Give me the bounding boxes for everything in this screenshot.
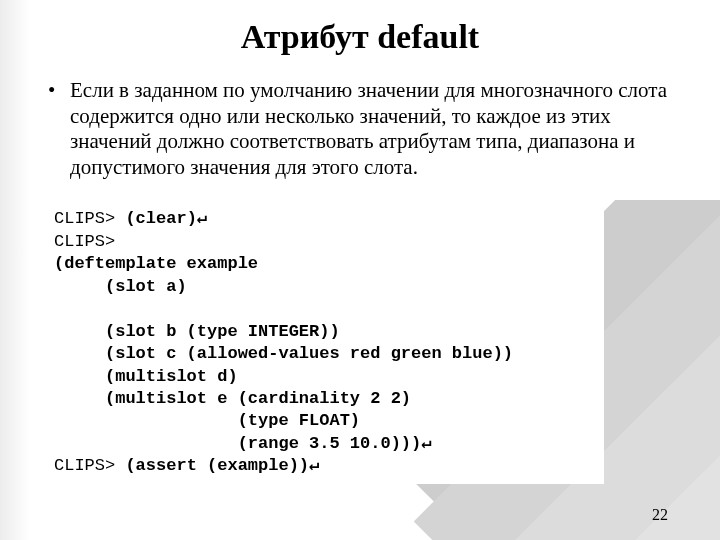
- bullet-list: Если в заданном по умолчанию значении дл…: [70, 78, 670, 180]
- slide-body: Если в заданном по умолчанию значении дл…: [70, 78, 670, 180]
- code-line: (slot b (type INTEGER)): [54, 322, 340, 341]
- code-command: (assert (example))↵: [125, 456, 319, 475]
- page-number: 22: [652, 506, 668, 524]
- slide: Атрибут default Если в заданном по умолч…: [0, 0, 720, 540]
- code-line: (slot c (allowed-values red green blue)): [54, 344, 513, 363]
- code-line: (type FLOAT): [54, 411, 360, 430]
- code-block: CLIPS> (clear)↵ CLIPS> (deftemplate exam…: [44, 202, 604, 483]
- code-line: (range 3.5 10.0)))↵: [54, 434, 432, 453]
- code-prompt: CLIPS>: [54, 232, 115, 251]
- code-prompt: CLIPS>: [54, 456, 125, 475]
- code-line: (multislot d): [54, 367, 238, 386]
- left-decoration-band: [0, 0, 30, 540]
- code-prompt: CLIPS>: [54, 209, 125, 228]
- code-line: (deftemplate example: [54, 254, 258, 273]
- slide-title: Атрибут default: [0, 0, 720, 56]
- code-command: (clear)↵: [125, 209, 207, 228]
- bullet-item: Если в заданном по умолчанию значении дл…: [70, 78, 670, 180]
- code-line: (slot a): [54, 277, 187, 296]
- code-line: (multislot e (cardinality 2 2): [54, 389, 411, 408]
